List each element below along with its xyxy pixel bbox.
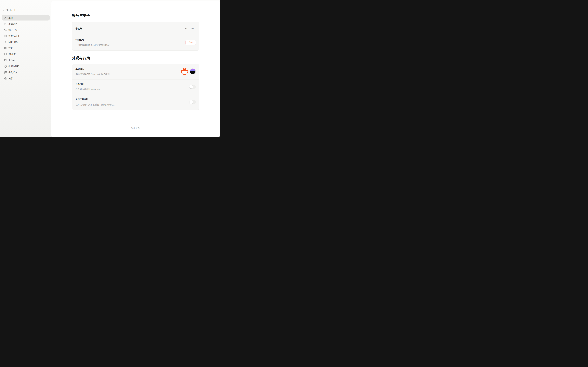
dark-theme-swatch[interactable] [190, 68, 196, 74]
delete-account-description: 注销账号将删除您的账户和所有数据 [76, 44, 110, 47]
sidebar-item-label: 数据与隐私 [8, 65, 19, 68]
settings-sidebar: 返回应用 通用 用量统计 积分详情 [0, 0, 51, 137]
sidebar-item-label: 用量统计 [8, 23, 17, 25]
theme-mode-description: 选择橙白浅色或 Neon Noir 深色模式。 [76, 73, 112, 76]
back-to-app-button[interactable]: 返回应用 [2, 9, 15, 11]
sidebar-item-credits[interactable]: 积分详情 [2, 27, 50, 33]
settings-main-panel: 账号与安全 手机号 139****7141 注销账号 注销账号将删除您的账户和所… [51, 0, 220, 137]
show-tool-calls-text: 显示工具调用 在对话消息中展示模型的工具调用详情块。 [76, 98, 116, 106]
show-tool-calls-toggle[interactable] [189, 100, 196, 104]
show-tool-calls-description: 在对话消息中展示模型的工具调用详情块。 [76, 103, 116, 106]
sidebar-item-im-channels[interactable]: IM 频道 [2, 51, 50, 57]
phone-number-value: 139****7141 [183, 27, 196, 30]
sidebar-item-label: 工作区 [8, 59, 15, 62]
pen-icon [4, 17, 7, 19]
sidebar-item-label: IM 频道 [8, 53, 16, 56]
sidebar-item-label: 积分详情 [8, 29, 17, 31]
sidebar-item-label: MCP 服务 [8, 41, 18, 43]
sidebar-item-label: 技能 [8, 47, 13, 50]
folder-icon [4, 59, 7, 62]
autostart-toggle[interactable] [189, 85, 196, 89]
light-theme-swatch[interactable] [181, 68, 188, 75]
delete-account-text: 注销账号 注销账号将删除您的账户和所有数据 [76, 38, 110, 47]
coins-icon [4, 29, 7, 31]
theme-mode-row: 主题模式 选择橙白浅色或 Neon Noir 深色模式。 [72, 64, 199, 79]
app-window: 返回应用 通用 用量统计 积分详情 [0, 0, 220, 137]
theme-mode-text: 主题模式 选择橙白浅色或 Neon Noir 深色模式。 [76, 67, 112, 76]
sidebar-nav: 通用 用量统计 积分详情 模型与 API [2, 15, 50, 81]
appearance-behavior-title: 外观与行为 [72, 56, 199, 60]
logout-area: 退出登录 [72, 127, 199, 135]
delete-account-row: 注销账号 注销账号将删除您的账户和所有数据 注销 [72, 35, 199, 50]
toggle-knob [189, 85, 193, 89]
phone-number-row: 手机号 139****7141 [72, 22, 199, 35]
theme-mode-title: 主题模式 [76, 67, 112, 70]
shield-icon [4, 65, 7, 68]
autostart-title: 开机自启 [76, 83, 102, 86]
message-plus-icon [4, 71, 7, 74]
sidebar-item-data-privacy[interactable]: 数据与隐私 [2, 64, 50, 69]
sidebar-item-label: 关于 [8, 77, 13, 80]
sidebar-item-workspace[interactable]: 工作区 [2, 58, 50, 63]
chat-bubble-icon [4, 53, 7, 56]
sidebar-item-usage-stats[interactable]: 用量统计 [2, 21, 50, 27]
plug-icon [4, 41, 7, 43]
sidebar-item-label: 通用 [8, 17, 13, 19]
sidebar-item-feedback[interactable]: 提交反馈 [2, 70, 50, 75]
info-circle-icon [4, 77, 7, 80]
account-security-card: 手机号 139****7141 注销账号 注销账号将删除您的账户和所有数据 注销 [72, 22, 199, 51]
cpu-icon [4, 35, 7, 37]
show-tool-calls-row: 显示工具调用 在对话消息中展示模型的工具调用详情块。 [72, 95, 199, 110]
account-security-title: 账号与安全 [72, 13, 199, 18]
toggle-knob [189, 100, 193, 104]
autostart-row: 开机自启 登录时自动启动 AutoClaw。 [72, 79, 199, 95]
show-tool-calls-title: 显示工具调用 [76, 98, 116, 101]
sidebar-item-about[interactable]: 关于 [2, 76, 50, 81]
arrow-left-icon [3, 9, 5, 11]
sidebar-item-general[interactable]: 通用 [2, 15, 50, 20]
book-open-icon [4, 47, 7, 50]
phone-number-label: 手机号 [76, 27, 82, 30]
bar-chart-icon [4, 23, 7, 25]
autostart-text: 开机自启 登录时自动启动 AutoClaw。 [76, 83, 102, 91]
logout-button[interactable]: 退出登录 [131, 127, 140, 129]
sidebar-item-models-api[interactable]: 模型与 API [2, 33, 50, 39]
theme-swatches [181, 68, 196, 75]
back-to-app-label: 返回应用 [7, 9, 15, 11]
autostart-description: 登录时自动启动 AutoClaw。 [76, 88, 102, 91]
light-theme-swatch-fill [182, 69, 187, 74]
sidebar-item-mcp-services[interactable]: MCP 服务 [2, 39, 50, 45]
delete-account-button[interactable]: 注销 [185, 40, 196, 45]
sidebar-item-skills[interactable]: 技能 [2, 45, 50, 51]
sidebar-item-label: 提交反馈 [8, 71, 17, 74]
sidebar-item-label: 模型与 API [8, 35, 19, 37]
delete-account-title: 注销账号 [76, 38, 110, 42]
appearance-behavior-card: 主题模式 选择橙白浅色或 Neon Noir 深色模式。 开机自启 登录时自动启… [72, 64, 199, 110]
